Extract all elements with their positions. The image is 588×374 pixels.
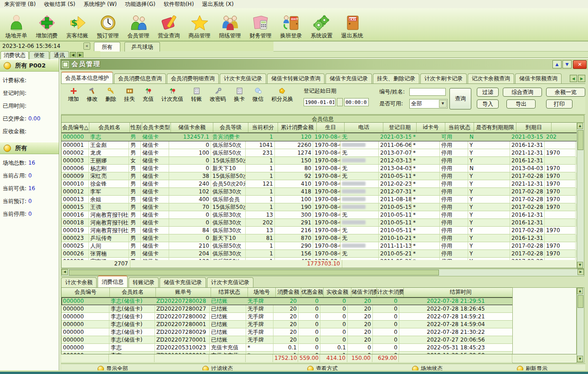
member-row-000001[interactable]: 000001王金彪男储值卡0俱乐部50次104122601970-08-0201… — [62, 141, 577, 149]
detail-tab-1[interactable]: 消费信息 — [98, 275, 128, 287]
combo-query-button[interactable]: 综合查询 — [503, 88, 542, 97]
tab-scroll-right-icon[interactable]: ▶ — [77, 52, 83, 58]
dialog-tab-8[interactable]: 记次卡余额查询 — [468, 73, 514, 83]
menu-item-4[interactable]: 软件帮助(H) — [160, 0, 198, 8]
detail-col-header-5[interactable]: 消费金额 — [276, 288, 301, 297]
action-count-recharge-button[interactable]: 计次充值 — [159, 87, 186, 104]
member-col-header-3[interactable]: 会员卡类型 — [142, 123, 171, 132]
member-row-000003[interactable]: 000003王丽娜女储值卡015俱乐部50次11501970-08-02012-… — [62, 157, 577, 165]
member-col-header-12[interactable]: 当前状态 — [445, 123, 474, 132]
scroll-down-icon[interactable]: ▼ — [577, 356, 583, 362]
member-row-000018[interactable]: 000018河南教育报刊社男储值卡0俱乐部30次2022911970-08-02… — [62, 219, 577, 227]
scrollbar-thumb[interactable] — [69, 270, 439, 275]
menu-item-0[interactable]: 来宾管理 (B) — [0, 0, 40, 8]
member-row-000015[interactable]: 000015王强男储值卡7015俱乐部50次11901970-08-02010-… — [62, 203, 577, 211]
dialog-tab-2[interactable]: 会员消费明细查询 — [167, 73, 219, 83]
toolbar-button-7[interactable]: 陪练管理 — [215, 8, 245, 39]
action-recharge-button[interactable]: 充值 — [140, 87, 156, 104]
member-col-header-4[interactable]: 储值卡余额 — [171, 123, 213, 132]
detail-col-header-7[interactable]: 实收金额 — [324, 288, 351, 297]
member-row-000010[interactable]: 000010徐金锋男储值卡240会员50次20元1214101970-08-02… — [62, 180, 577, 188]
scrollbar-thumb[interactable] — [578, 130, 583, 150]
scrollbar-thumb[interactable] — [578, 295, 583, 308]
tab-scroll-left-icon[interactable]: ◀ — [570, 75, 577, 82]
menu-item-1[interactable]: 收银结算 (S) — [40, 0, 79, 8]
menu-item-3[interactable]: 功能选择(G) — [121, 0, 160, 8]
reg-date-input[interactable] — [304, 98, 335, 106]
toolbar-button-2[interactable]: $宾客结账 — [62, 8, 93, 39]
detail-tab-3[interactable]: 储值卡充值记录 — [160, 277, 206, 287]
toolbar-button-1[interactable]: 增加消费 — [31, 8, 62, 39]
action-delete-button[interactable]: 删除 — [103, 87, 119, 104]
dialog-tab-3[interactable]: 计次卡充值记录 — [220, 73, 266, 83]
dialog-titlebar[interactable]: 会员管理 ▲ ▼ ✕ — [60, 59, 588, 70]
member-col-header-5[interactable]: 会员等级 — [213, 123, 248, 132]
detail-col-header-9[interactable]: 计次卡消费 — [377, 288, 404, 297]
tab-scroll-right-icon[interactable]: ▶ — [578, 75, 585, 82]
detail-row-0[interactable]: 000000李志(储值卡)ZD202207280028已结账无手牌2000200… — [62, 297, 513, 305]
detail-col-header-4[interactable]: 场地号 — [248, 288, 276, 297]
balance-list-button[interactable]: 余额一览 — [546, 88, 585, 97]
toolbar-button-4[interactable]: 会员管理 — [123, 8, 154, 39]
member-row-000013[interactable]: 000013余姐男储值卡400俱乐部会员11001970-08-02011-08… — [62, 196, 577, 203]
import-button[interactable]: 导入 — [477, 99, 499, 109]
menu-item-5[interactable]: 退出系统 (X) — [198, 0, 237, 8]
member-search-input[interactable] — [409, 88, 446, 96]
scroll-up-icon[interactable]: ▲ — [577, 123, 583, 129]
member-row-000023[interactable]: 000023乒坛传奇男储值卡0新天下10818701970-08-0无2010-… — [62, 234, 577, 242]
member-col-header-9[interactable]: 电话 — [345, 123, 383, 132]
member-col-header-14[interactable]: 到期日 — [516, 123, 552, 132]
availability-select[interactable]: 全部 ▼ — [409, 99, 448, 109]
member-row-000012[interactable]: 000012李军男储值卡102俱乐部30次14181970-08-02012-0… — [62, 188, 577, 196]
detail-col-header-3[interactable]: 结算状态 — [211, 288, 248, 297]
toolbar-button-10[interactable]: 系统设置 — [306, 8, 337, 39]
close-button[interactable]: ✕ — [573, 60, 587, 69]
action-wechat-button[interactable]: 微信 — [250, 87, 266, 104]
dialog-tab-7[interactable]: 计次卡刷卡记录 — [420, 73, 467, 83]
action-password-button[interactable]: 改密码 — [207, 87, 228, 104]
detail-table-scrollbar[interactable]: ▲ ▼ — [577, 287, 584, 363]
dialog-tab-1[interactable]: 会员消费信息查询 — [114, 73, 166, 83]
member-col-header-7[interactable]: 累计消费金额 — [278, 123, 317, 132]
member-row-000000[interactable]: 000000李志男储值卡132457.1贵宾消费卡11201970-08-0无2… — [62, 133, 577, 141]
detail-row-4[interactable]: 000000李志(储值卡)ZD202207280029已结账无手牌2000200… — [62, 328, 513, 336]
tab-scroll-left-icon[interactable]: ◀ — [70, 52, 76, 58]
export-button[interactable]: 导出 — [506, 99, 536, 109]
member-row-000002[interactable]: 000002龙虎男储值卡100俱乐部50次23112741970-08-0无20… — [62, 149, 577, 157]
member-row-000019[interactable]: 000019河南教育报刊社男储值卡84俱乐部30次132161970-08-0无… — [62, 227, 577, 234]
detail-col-header-1[interactable]: 会员姓名 — [110, 288, 156, 297]
toolbar-button-6[interactable]: 商品管理 — [184, 8, 215, 39]
detail-row-3[interactable]: 000000李志(储值卡)ZD202207280001已结账无手牌2000200… — [62, 321, 513, 328]
member-col-header-10[interactable]: 登记日期 — [383, 123, 417, 132]
menu-item-2[interactable]: 系统维护 (W) — [79, 0, 121, 8]
detail-row-2[interactable]: 000000李志(储值卡)ZD202207280002已结账无手牌2000200… — [62, 313, 513, 321]
member-col-header-0[interactable]: 会员编号△ — [62, 123, 89, 132]
venue-tab-1[interactable]: 乒乓球场 — [124, 42, 160, 52]
member-row-000009[interactable]: 000009宋红亮男储值卡3815俱乐部50次1921970-08-0无2010… — [62, 172, 577, 180]
toolbar-button-0[interactable]: 场地开单 — [1, 8, 31, 39]
reg-time-input[interactable] — [344, 98, 369, 106]
chevron-down-icon[interactable]: ▼ — [439, 100, 447, 108]
minimize-button[interactable]: ▲ — [552, 60, 562, 68]
detail-tab-2[interactable]: 转账记录 — [129, 277, 159, 287]
toolbar-button-11[interactable]: EXIT退出系统 — [337, 8, 367, 39]
action-transfer-button[interactable]: 转账 — [189, 87, 204, 104]
action-points-button[interactable]: 积分兑换 — [269, 87, 295, 104]
detail-tab-0[interactable]: 计次卡余额 — [61, 277, 97, 287]
member-row-000006[interactable]: 000006杨志刚男储值卡0新天下101801970-08-0无2013-04-… — [62, 165, 577, 172]
reg-date-picker-button[interactable] — [337, 98, 343, 106]
member-col-header-6[interactable]: 当前积分 — [248, 123, 278, 132]
detail-col-header-10[interactable]: 结算时间 — [404, 288, 518, 297]
scroll-down-icon[interactable]: ▼ — [577, 262, 583, 268]
dialog-tab-9[interactable]: 储值卡限额查询 — [515, 73, 562, 83]
detail-row-5[interactable]: 000000李志(储值卡)ZD202207270001已结账无手牌2000200… — [62, 336, 513, 344]
toolbar-button-9[interactable]: EXIT换班登录 — [276, 8, 306, 39]
member-row-000026[interactable]: 000026张霄楠男储值卡204俱乐部30次11561970-08-0无2010… — [62, 250, 577, 258]
sidebar-tab-1[interactable]: 便签 — [29, 51, 49, 59]
scroll-left-icon[interactable]: ◀ — [62, 269, 68, 275]
dialog-tab-4[interactable]: 储值卡转账记录查询 — [267, 73, 325, 83]
dialog-tab-5[interactable]: 储值卡充值记录 — [325, 73, 372, 83]
scroll-up-icon[interactable]: ▲ — [577, 288, 583, 294]
member-col-header-11[interactable]: id卡号 — [417, 123, 445, 132]
dialog-tab-6[interactable]: 挂失、删除记录 — [373, 73, 419, 83]
